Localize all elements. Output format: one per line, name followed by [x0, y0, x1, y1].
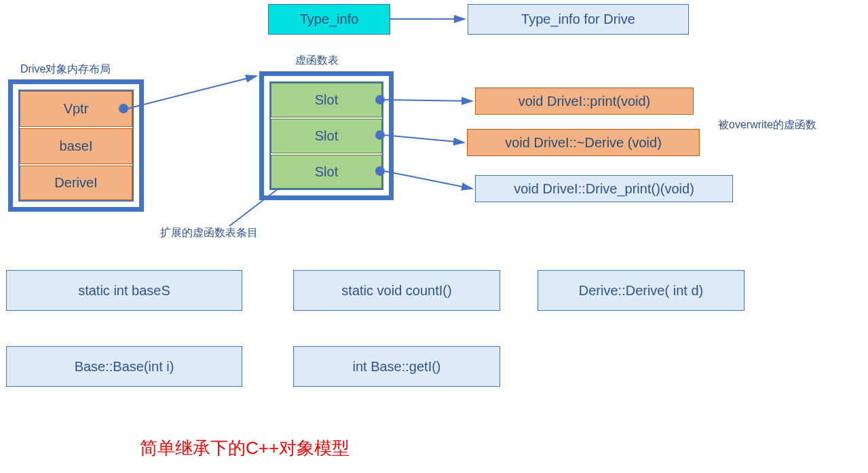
bottom-3: Base::Base(int i) [6, 346, 242, 387]
expand-note: 扩展的虚函数表条目 [160, 226, 258, 240]
overwrite-note: 被overwrite的虚函数 [718, 118, 816, 132]
slot-2: Slot [271, 155, 382, 189]
svg-line-3 [384, 135, 464, 143]
diagram-title: 简单继承下的C++对象模型 [140, 436, 350, 460]
slot-0: Slot [271, 83, 382, 117]
bottom-0: static int baseS [6, 270, 242, 311]
slot2-dot [375, 166, 385, 176]
typeinfo-box: Type_info [268, 4, 390, 35]
svg-line-1 [128, 76, 257, 109]
bottom-1: static void countI() [293, 270, 500, 311]
bottom-0-label: static int baseS [78, 283, 170, 299]
mem-row-1: baseI [20, 128, 132, 164]
fn-0-label: void DriveI::print(void) [518, 94, 651, 109]
mem-row-1-label: baseI [60, 138, 93, 154]
fn-0-box: void DriveI::print(void) [475, 88, 694, 115]
bottom-2: Derive::Derive( int d) [537, 270, 744, 311]
fn-1-label: void DriveI::~Derive (void) [505, 135, 662, 151]
slot-1-label: Slot [315, 128, 338, 144]
bottom-1-label: static void countI() [341, 283, 451, 299]
slot-1: Slot [271, 119, 382, 153]
vptr-dot [119, 104, 128, 113]
typeinfo-label: Type_info [300, 12, 359, 27]
bottom-4: int Base::getI() [293, 346, 500, 387]
slot-2-label: Slot [315, 164, 338, 180]
slot1-dot [375, 130, 385, 140]
mem-row-2: DeriveI [20, 166, 132, 200]
mem-row-0: Vptr [20, 91, 132, 127]
slot0-dot [375, 95, 385, 105]
bottom-2-label: Derive::Derive( int d) [579, 283, 703, 299]
arrows-layer [0, 0, 868, 473]
bottom-3-label: Base::Base(int i) [75, 359, 174, 375]
slot-0-label: Slot [315, 92, 338, 108]
fn-2-label: void DriveI::Drive_print()(void) [514, 181, 694, 197]
svg-line-4 [384, 171, 472, 189]
bottom-4-label: int Base::getI() [352, 359, 440, 375]
svg-line-2 [384, 100, 472, 101]
memory-layout-title: Drive对象内存布局 [20, 62, 111, 77]
typeinfo-target-box: Type_info for Drive [468, 4, 689, 35]
fn-1-box: void DriveI::~Derive (void) [467, 129, 700, 156]
mem-row-0-label: Vptr [64, 101, 89, 117]
typeinfo-target-label: Type_info for Drive [521, 12, 635, 27]
mem-row-2-label: DeriveI [54, 175, 97, 191]
fn-2-box: void DriveI::Drive_print()(void) [475, 175, 733, 202]
vtable-title: 虚函数表 [295, 54, 339, 68]
